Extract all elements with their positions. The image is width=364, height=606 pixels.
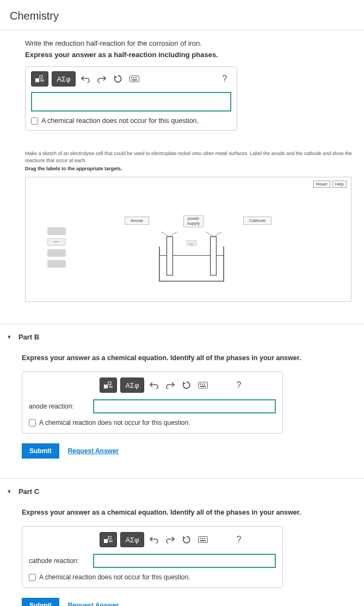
anode-reaction-input[interactable] [93, 399, 276, 413]
sketch-instruction: Drag the labels to the appropriate targe… [25, 166, 364, 177]
svg-rect-4 [130, 76, 139, 82]
undo-icon[interactable] [147, 379, 161, 392]
svg-rect-31 [199, 537, 208, 543]
equation-toolbar: ΑΣφ ? [100, 532, 276, 547]
cathode-reaction-label: cathode reaction: [29, 557, 89, 565]
svg-rect-14 [167, 237, 173, 275]
cathode-label[interactable]: Cathode [243, 217, 272, 225]
reset-button[interactable]: Reset [313, 181, 330, 188]
cathode-reaction-input[interactable] [93, 554, 276, 568]
help-icon[interactable]: ? [232, 533, 245, 546]
power-line2: supply [187, 221, 200, 226]
part-b-title: Part B [18, 333, 39, 341]
anode-reaction-label: anode reaction: [29, 403, 89, 410]
part-c-title: Part C [18, 487, 39, 496]
no-reaction-checkbox-row[interactable]: A chemical reaction does not occur for t… [29, 568, 276, 581]
undo-icon[interactable] [147, 533, 161, 546]
no-reaction-label: A chemical reaction does not occur for t… [39, 573, 190, 581]
svg-line-11 [169, 232, 187, 237]
svg-rect-0 [35, 78, 39, 82]
equation-toolbar: ΑΣφ ? [31, 71, 231, 86]
reset-icon[interactable] [180, 533, 193, 546]
equation-toolbar: ΑΣφ ? [100, 378, 276, 393]
power-line1: power [188, 216, 200, 221]
symbols-button[interactable]: ΑΣφ [120, 378, 144, 393]
question-instruction: Express your answer as a half-reaction i… [25, 51, 364, 66]
submit-button[interactable]: Submit [22, 443, 59, 459]
undo-icon[interactable] [79, 72, 92, 85]
anode-label[interactable]: Anode [125, 217, 149, 225]
answer-input[interactable] [31, 92, 231, 112]
power-supply-label[interactable]: power supply [183, 215, 203, 227]
svg-rect-1 [40, 76, 42, 78]
svg-rect-23 [200, 384, 201, 385]
drop-target[interactable] [47, 260, 66, 268]
part-b-header[interactable]: ▼ Part B [0, 324, 364, 350]
svg-rect-28 [108, 536, 111, 539]
request-answer-link[interactable]: Request Answer [68, 602, 119, 606]
help-icon[interactable]: ? [218, 72, 231, 85]
svg-rect-34 [204, 538, 205, 539]
svg-rect-25 [204, 384, 205, 385]
reset-icon[interactable] [112, 72, 125, 85]
format-template-button[interactable] [100, 532, 117, 547]
diagram-canvas: Reset Help ⟵ Anode Cathode power supply [25, 177, 351, 302]
keyboard-icon[interactable] [196, 379, 209, 392]
keyboard-icon[interactable] [196, 533, 209, 546]
answer-box: ΑΣφ ? A chemical reaction does not occur… [25, 66, 237, 131]
submit-button[interactable]: Submit [22, 598, 59, 606]
help-icon[interactable]: ? [232, 379, 245, 392]
reset-icon[interactable] [180, 379, 193, 392]
no-reaction-checkbox[interactable] [31, 118, 38, 125]
svg-rect-27 [104, 539, 108, 543]
collapse-caret-icon[interactable]: ▼ [7, 334, 12, 340]
part-b-instruction: Express your answer as a chemical equati… [22, 350, 364, 372]
svg-rect-35 [200, 540, 206, 541]
no-reaction-label: A chemical reaction does not occur for t… [41, 117, 199, 125]
format-template-button[interactable] [100, 378, 117, 393]
drop-target[interactable] [47, 249, 66, 257]
collapse-caret-icon[interactable]: ▼ [7, 488, 12, 494]
question-prompt: Write the reduction half-reaction for th… [25, 30, 364, 51]
sketch-prompt: Make a sketch of an electrolysis cell th… [25, 141, 364, 166]
no-reaction-checkbox-row[interactable]: A chemical reaction does not occur for t… [31, 112, 231, 125]
svg-rect-15 [211, 237, 217, 275]
no-reaction-checkbox[interactable] [29, 419, 36, 426]
svg-rect-19 [108, 382, 111, 385]
format-template-button[interactable] [31, 71, 48, 86]
svg-rect-22 [199, 382, 208, 388]
svg-rect-18 [104, 385, 108, 388]
redo-icon[interactable] [95, 72, 108, 85]
svg-rect-5 [131, 77, 132, 78]
no-reaction-checkbox[interactable] [29, 574, 36, 581]
svg-text:⟵: ⟵ [190, 242, 194, 245]
symbols-button[interactable]: ΑΣφ [52, 71, 76, 86]
keyboard-icon[interactable] [128, 72, 141, 85]
svg-rect-8 [132, 79, 137, 81]
no-reaction-label: A chemical reaction does not occur for t… [39, 419, 190, 426]
svg-rect-33 [202, 538, 203, 539]
page-title: Chemistry [0, 0, 364, 30]
svg-line-9 [151, 232, 169, 237]
svg-rect-26 [200, 386, 206, 387]
part-c-answer-box: ΑΣφ ? cathode reaction: A chemical react… [22, 526, 283, 588]
no-reaction-checkbox-row[interactable]: A chemical reaction does not occur for t… [29, 413, 276, 426]
svg-rect-24 [202, 384, 203, 385]
request-answer-link[interactable]: Request Answer [68, 447, 119, 455]
redo-icon[interactable] [164, 379, 177, 392]
part-b-answer-box: ΑΣφ ? anode reaction: A chemical reactio… [22, 372, 283, 434]
symbols-button[interactable]: ΑΣφ [120, 532, 144, 547]
part-c-header[interactable]: ▼ Part C [0, 479, 364, 504]
svg-rect-6 [133, 77, 134, 78]
help-button[interactable]: Help [332, 181, 347, 188]
electrolysis-diagram: ⟵ [151, 232, 232, 286]
svg-line-10 [214, 232, 232, 237]
drop-target[interactable] [47, 227, 66, 235]
drop-target[interactable]: ⟵ [47, 238, 66, 246]
svg-line-12 [196, 232, 214, 237]
redo-icon[interactable] [164, 533, 177, 546]
svg-rect-7 [135, 77, 137, 78]
part-c-instruction: Express your answer as a chemical equati… [22, 504, 364, 526]
svg-rect-32 [200, 538, 201, 539]
